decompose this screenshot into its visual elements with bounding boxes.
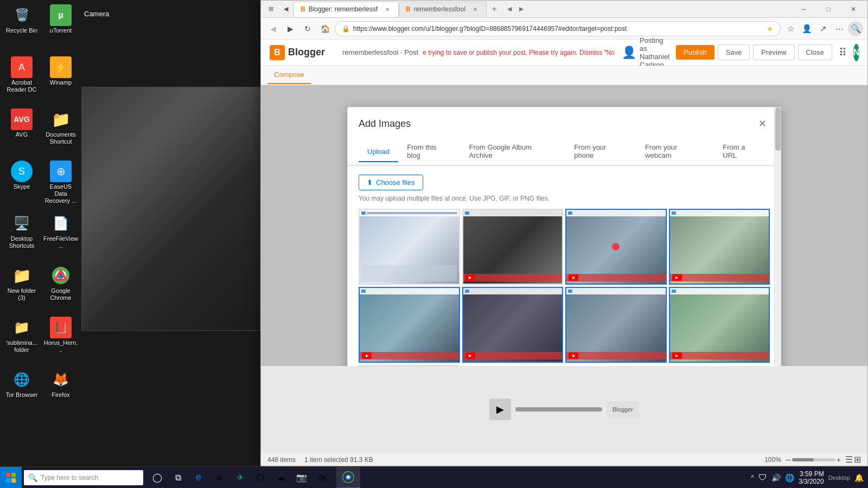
taskbar-desktop-label[interactable]: Desktop (828, 474, 850, 481)
desktop-icon-easeus[interactable]: ⊕ EaseUS Data Recovery ... (41, 158, 80, 207)
tab-from-blog[interactable]: From this blog (398, 138, 460, 166)
desktop-icon-recycle-bin[interactable]: 🗑️ Recycle Bin (2, 2, 41, 36)
desktop-icon-documents[interactable]: 📁 Documents Shortcut (41, 106, 80, 147)
tab-prev-btn[interactable]: ◀ (278, 2, 293, 17)
desktop-icon-subliminal[interactable]: 📁 'sublimina... folder (2, 314, 41, 356)
progress-bar (515, 407, 602, 412)
scroll-thumb[interactable] (775, 107, 781, 151)
image-thumb-1[interactable] (359, 209, 460, 285)
tab-from-phone[interactable]: From your phone (565, 138, 636, 166)
desktop-icon-firefox[interactable]: 🦊 Firefox (41, 367, 80, 401)
taskbar-search-box[interactable]: 🔍 Type here to search (24, 470, 143, 485)
tab-from-album[interactable]: From Google Album Archive (461, 138, 566, 166)
svg-rect-3 (6, 473, 10, 477)
desktop-icon-winamp[interactable]: ⚡ Winamp (41, 54, 80, 88)
tab-from-url[interactable]: From a URL (714, 138, 770, 166)
image-thumb-5[interactable]: ▶ (359, 287, 460, 363)
image-thumb-6[interactable]: ▶ (462, 287, 564, 363)
taskbar-oracle-btn[interactable]: ⬡ (251, 468, 270, 487)
dialog-close-btn[interactable]: ✕ (755, 116, 770, 131)
publish-btn[interactable]: Publish (676, 45, 714, 60)
tab-blogger-editor[interactable]: B Blogger: rememberlessf ✕ (293, 2, 399, 17)
save-btn[interactable]: Save (718, 44, 750, 60)
search-sidebar-btn[interactable]: 🔍 (848, 21, 863, 36)
new-tab-btn[interactable]: + (487, 2, 502, 17)
refresh-btn[interactable]: ↻ (300, 21, 315, 36)
taskbar-onedrive-btn[interactable]: ☁ (271, 468, 291, 487)
profile-btn[interactable]: 👤 (799, 21, 814, 36)
back-btn[interactable]: ◀ (265, 21, 280, 36)
taskbar-volume-icon[interactable]: 🔊 (771, 473, 781, 482)
taskbar-amazon-btn[interactable]: a (209, 468, 229, 487)
desktop-icon-freefileview[interactable]: 📄 FreeFileView... (41, 210, 80, 252)
forward-btn[interactable]: ▶ (283, 21, 298, 36)
zoom-out-btn[interactable]: ─ (786, 455, 791, 464)
taskbar-chrome-app[interactable] (336, 467, 360, 489)
notifications-btn[interactable]: 🔔 (854, 473, 864, 482)
thumb-browser-6 (463, 288, 563, 294)
grid-view-btn[interactable]: ⊞ (854, 454, 861, 465)
taskbar-network-icon[interactable]: 🌐 (785, 473, 794, 482)
tab1-close[interactable]: ✕ (383, 5, 392, 14)
taskbar-camera-btn[interactable]: 📷 (292, 468, 311, 487)
tab-upload[interactable]: Upload (359, 142, 398, 162)
compose-tab[interactable]: Compose (267, 66, 311, 84)
desktop-icon-skype[interactable]: S Skype (2, 158, 41, 192)
zoom-controls: ─ + (786, 455, 841, 464)
image-thumb-2[interactable]: ▶ (462, 209, 564, 285)
image-thumb-7[interactable]: ▶ (565, 287, 667, 363)
tab-from-webcam[interactable]: From your webcam (636, 138, 714, 166)
choose-files-btn[interactable]: ⬆ Choose files (359, 175, 423, 190)
apps-grid-icon[interactable]: ⠿ (839, 46, 847, 59)
start-btn[interactable] (0, 467, 22, 489)
tab-rememberless[interactable]: B rememberlessfool ✕ (399, 2, 487, 17)
desktop-icon-horus[interactable]: 📕 Horus_Hern... (41, 314, 80, 356)
dialog-body: ⬆ Choose files You may upload multiple f… (348, 166, 781, 394)
tab-arrow-right[interactable]: ▶ (516, 4, 527, 15)
bookmark-icon[interactable]: ★ (767, 24, 774, 33)
tab1-label: Blogger: rememberlessf (309, 5, 378, 13)
menu-btn[interactable]: ⋯ (832, 21, 847, 36)
desktop-icon-acrobat[interactable]: A Acrobat Reader DC (2, 54, 41, 95)
preview-btn[interactable]: Preview (753, 44, 794, 60)
taskbar-store-btn[interactable]: 🛍 (312, 468, 332, 487)
extensions-btn[interactable]: ⊞ (263, 2, 278, 17)
bookmark-btn[interactable]: ☆ (783, 21, 798, 36)
documents-icon: 📁 (50, 108, 72, 130)
yt-icon-6: ▶ (465, 352, 475, 359)
taskbar-edge-btn[interactable]: e (189, 468, 208, 487)
image-thumb-8[interactable]: ▶ (669, 287, 770, 363)
maximize-btn[interactable]: □ (816, 1, 840, 18)
taskbar-tripadvisor-btn[interactable]: ✈ (230, 468, 250, 487)
desktop-icon-tor[interactable]: 🌐 Tor Browser (2, 367, 41, 401)
yt-icon-5: ▶ (362, 352, 372, 359)
tab1-favicon: B (301, 5, 305, 13)
desktop-icon-utorrent[interactable]: µ uTorrent (41, 2, 80, 36)
address-bar[interactable]: 🔒 https://www.blogger.com/u/1/blogger.g?… (335, 21, 781, 36)
minimize-btn[interactable]: ─ (792, 1, 815, 18)
url-text: https://www.blogger.com/u/1/blogger.g?bl… (353, 25, 763, 33)
tab-arrow-left[interactable]: ◀ (504, 4, 515, 15)
close-window-btn[interactable]: ✕ (841, 1, 865, 18)
desktop-icon-new-folder[interactable]: 📁 New folder (3) (2, 262, 41, 304)
taskbar-cortana-btn[interactable]: ◯ (148, 468, 167, 487)
share-btn[interactable]: ↗ (815, 21, 831, 36)
image-thumb-3[interactable]: ▶ (565, 209, 667, 285)
tab2-close[interactable]: ✕ (471, 5, 480, 14)
user-avatar[interactable]: N (853, 44, 860, 61)
taskbar-expand-icon[interactable]: ^ (751, 474, 754, 481)
desktop-icon-chrome[interactable]: Google Chrome (41, 262, 80, 304)
home-btn[interactable]: 🏠 (317, 21, 333, 36)
image-thumb-4[interactable]: ▶ (669, 209, 770, 285)
skype-label: Skype (14, 183, 30, 190)
zoom-in-btn[interactable]: + (837, 455, 841, 464)
thumb-browser-5 (360, 288, 459, 294)
desktop-icon-desktop-shortcuts[interactable]: 🖥️ Desktop Shortcuts (2, 210, 41, 252)
zoom-slider[interactable] (792, 458, 835, 461)
taskbar-taskview-btn[interactable]: ⧉ (168, 468, 188, 487)
list-view-btn[interactable]: ☰ (845, 454, 853, 465)
utorrent-label: uTorrent (50, 27, 72, 34)
desktop-icon-avg[interactable]: AVG AVG (2, 106, 41, 140)
close-post-btn[interactable]: Close (798, 44, 832, 60)
browser-toolbar: ◀ ▶ ↻ 🏠 🔒 https://www.blogger.com/u/1/bl… (261, 18, 867, 40)
